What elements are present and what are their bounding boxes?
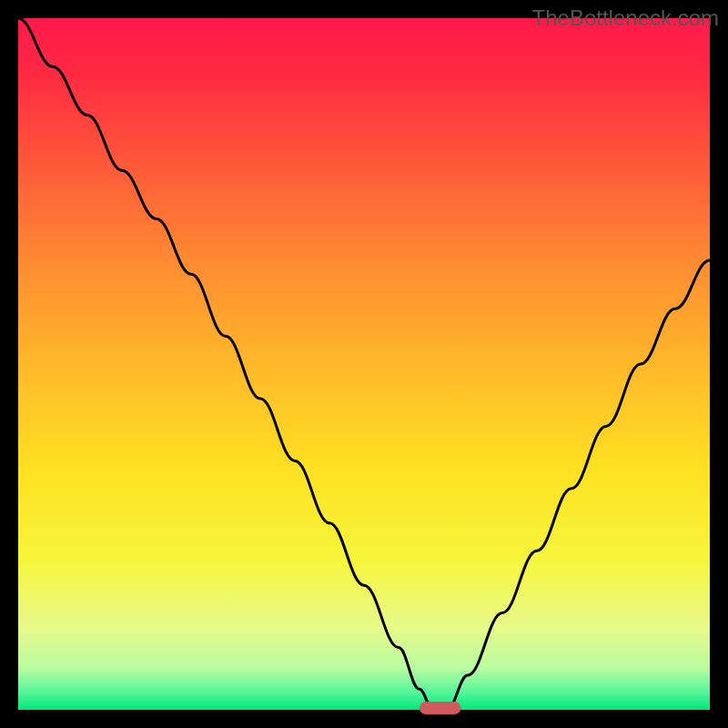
chart-svg <box>0 0 728 728</box>
watermark-text: TheBottleneck.com <box>532 5 719 31</box>
chart-background <box>18 18 710 710</box>
minimum-marker <box>420 702 461 714</box>
bottleneck-chart: TheBottleneck.com <box>0 0 728 728</box>
